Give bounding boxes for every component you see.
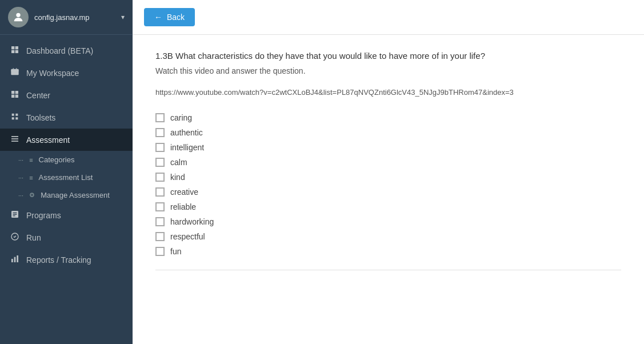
avatar — [8, 7, 29, 27]
svg-rect-7 — [15, 91, 18, 94]
sidebar-item-assessment-label: Assessment — [26, 135, 70, 145]
checkbox-reliable[interactable] — [155, 202, 165, 211]
assessment-icon — [9, 134, 21, 145]
svg-rect-1 — [11, 46, 14, 49]
svg-rect-5 — [11, 69, 18, 75]
option-item-caring: caring — [155, 111, 621, 125]
checkbox-authentic[interactable] — [155, 128, 165, 137]
dots-icon: ··· — [18, 157, 23, 163]
option-item-calm: calm — [155, 155, 621, 169]
toolsets-icon — [9, 112, 21, 123]
sidebar-item-categories[interactable]: ··· ≡ Categories — [0, 151, 133, 169]
checkbox-calm[interactable] — [155, 158, 165, 167]
back-label: Back — [167, 13, 185, 22]
sidebar-item-programs[interactable]: Programs — [0, 204, 133, 226]
dots-icon2: ··· — [18, 174, 23, 181]
option-label-calm[interactable]: calm — [170, 158, 187, 167]
option-item-hardworking: hardworking — [155, 215, 621, 229]
checkbox-respectful[interactable] — [155, 232, 165, 241]
svg-rect-6 — [11, 91, 14, 94]
sidebar-item-center-label: Center — [26, 91, 50, 100]
checkbox-fun[interactable] — [155, 247, 165, 256]
option-label-reliable[interactable]: reliable — [170, 202, 196, 211]
checkbox-intelligent[interactable] — [155, 143, 165, 152]
sidebar-item-dashboard[interactable]: Dashboard (BETA) — [0, 39, 133, 62]
center-icon — [9, 90, 21, 101]
svg-rect-3 — [11, 50, 14, 53]
sidebar-item-programs-label: Programs — [26, 211, 61, 220]
video-link: https://www.youtube.com/watch?v=c2wtCXLo… — [155, 87, 621, 98]
question-instruction: Watch this video and answer the question… — [155, 66, 621, 75]
sidebar-item-reports-label: Reports / Tracking — [26, 255, 91, 265]
svg-rect-8 — [11, 95, 14, 98]
svg-rect-2 — [15, 46, 18, 49]
option-label-kind[interactable]: kind — [170, 173, 185, 182]
sidebar-item-manage-assessment[interactable]: ··· ⚙ Manage Assessment — [0, 186, 133, 204]
option-label-authentic[interactable]: authentic — [170, 128, 203, 137]
svg-rect-16 — [14, 257, 16, 262]
sidebar: config.jasnav.mp ▾ Dashboard (BETA) My W… — [0, 0, 133, 344]
checkbox-creative[interactable] — [155, 187, 165, 197]
dots-icon3: ··· — [18, 192, 23, 199]
sidebar-item-my-workspace[interactable]: My Workspace — [0, 62, 133, 84]
option-label-creative[interactable]: creative — [170, 187, 198, 197]
svg-rect-4 — [15, 50, 18, 53]
svg-rect-9 — [15, 95, 18, 98]
options-list: caring authentic intelligent calm kind — [155, 111, 621, 258]
sidebar-item-run[interactable]: Run — [0, 226, 133, 249]
programs-icon — [9, 210, 21, 221]
svg-point-0 — [16, 13, 20, 17]
question-title: 1.3B What characteristics do they have t… — [155, 51, 621, 61]
content-divider — [155, 270, 621, 270]
svg-rect-12 — [11, 141, 18, 141]
main-content: ← Back 1.3B What characteristics do they… — [133, 0, 644, 344]
sidebar-item-assessment[interactable]: Assessment — [0, 129, 133, 151]
option-item-reliable: reliable — [155, 200, 621, 214]
sidebar-item-toolsets-label: Toolsets — [26, 113, 55, 122]
option-item-creative: creative — [155, 185, 621, 199]
option-label-respectful[interactable]: respectful — [170, 232, 205, 241]
sidebar-user-header[interactable]: config.jasnav.mp ▾ — [0, 0, 133, 35]
list-icon2: ≡ — [29, 174, 33, 181]
question-id: 1.3B — [155, 51, 173, 61]
checkbox-kind[interactable] — [155, 173, 165, 182]
sidebar-item-manage-assessment-label: Manage Assessment — [41, 191, 110, 199]
option-item-intelligent: intelligent — [155, 141, 621, 154]
workspace-icon — [9, 67, 21, 78]
sidebar-nav: Dashboard (BETA) My Workspace Center Too… — [0, 35, 133, 344]
top-bar: ← Back — [133, 0, 644, 35]
chevron-down-icon: ▾ — [121, 13, 125, 21]
username-label: config.jasnav.mp — [34, 13, 115, 22]
back-button[interactable]: ← Back — [144, 8, 195, 26]
run-icon — [9, 232, 21, 243]
sidebar-item-assessment-list[interactable]: ··· ≡ Assessment List — [0, 169, 133, 186]
content-area: 1.3B What characteristics do they have t… — [133, 35, 644, 344]
checkbox-hardworking[interactable] — [155, 217, 165, 226]
checkbox-caring[interactable] — [155, 113, 165, 122]
sidebar-item-toolsets[interactable]: Toolsets — [0, 106, 133, 129]
sidebar-item-my-workspace-label: My Workspace — [26, 69, 79, 78]
question-text: What characteristics do they have that y… — [175, 51, 485, 61]
list-icon: ≡ — [29, 157, 33, 163]
option-item-kind: kind — [155, 170, 621, 184]
option-label-fun[interactable]: fun — [170, 247, 181, 256]
svg-rect-15 — [11, 259, 13, 262]
sidebar-item-center[interactable]: Center — [0, 84, 133, 106]
option-label-hardworking[interactable]: hardworking — [170, 217, 214, 226]
svg-rect-11 — [11, 138, 18, 139]
option-item-respectful: respectful — [155, 230, 621, 243]
sidebar-item-dashboard-label: Dashboard (BETA) — [26, 46, 93, 55]
sidebar-item-categories-label: Categories — [39, 155, 75, 164]
reports-icon — [9, 254, 21, 265]
option-item-fun: fun — [155, 245, 621, 258]
sidebar-item-reports[interactable]: Reports / Tracking — [0, 249, 133, 271]
svg-rect-10 — [11, 136, 18, 137]
option-item-authentic: authentic — [155, 126, 621, 139]
option-label-caring[interactable]: caring — [170, 113, 192, 122]
sidebar-item-run-label: Run — [26, 233, 41, 242]
svg-rect-17 — [17, 255, 18, 262]
dashboard-icon — [9, 45, 21, 56]
sidebar-item-assessment-list-label: Assessment List — [39, 173, 93, 182]
option-label-intelligent[interactable]: intelligent — [170, 143, 204, 152]
back-arrow-icon: ← — [154, 13, 162, 22]
